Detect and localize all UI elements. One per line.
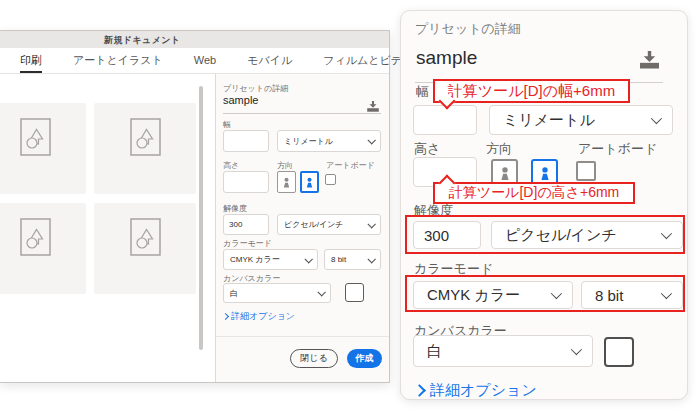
document-preset-icon bbox=[130, 218, 161, 256]
preset-details-heading: プリセットの詳細 bbox=[415, 20, 521, 38]
color-mode-value: CMYK カラー bbox=[427, 286, 520, 305]
orientation-landscape-button[interactable] bbox=[300, 171, 319, 193]
width-annotation: 計算ツール[D]の幅+6mm bbox=[433, 79, 630, 103]
color-mode-label: カラーモード bbox=[414, 260, 493, 278]
bit-depth-value: 8 bit bbox=[331, 255, 346, 264]
orientation-label: 方向 bbox=[486, 140, 512, 158]
chevron-down-icon bbox=[367, 255, 375, 263]
close-button[interactable]: 閉じる bbox=[290, 349, 338, 368]
advanced-options-link[interactable]: 詳細オプション bbox=[415, 381, 537, 400]
orientation-portrait-button[interactable] bbox=[277, 171, 296, 193]
width-input[interactable] bbox=[223, 130, 269, 152]
canvas-color-select[interactable]: 白 bbox=[413, 335, 593, 367]
landscape-icon bbox=[305, 176, 314, 189]
create-button[interactable]: 作成 bbox=[347, 349, 382, 368]
canvas-color-swatch[interactable] bbox=[345, 283, 364, 302]
page: 新規ドキュメント 印刷 アートとイラスト Web モバイル フィルムとビデオ bbox=[0, 0, 700, 420]
resolution-input[interactable] bbox=[223, 214, 269, 235]
tab-print[interactable]: 印刷 bbox=[20, 48, 42, 73]
chevron-down-icon bbox=[304, 255, 312, 263]
canvas-color-select[interactable]: 白 bbox=[223, 283, 331, 303]
bit-depth-select[interactable]: 8 bit bbox=[324, 249, 381, 270]
preset-card[interactable] bbox=[0, 103, 86, 194]
chevron-right-icon bbox=[413, 384, 426, 397]
tab-web[interactable]: Web bbox=[194, 48, 216, 73]
dialog-footer: 閉じる 作成 bbox=[216, 336, 389, 382]
canvas-color-swatch[interactable] bbox=[604, 337, 634, 367]
document-preset-icon bbox=[20, 218, 51, 256]
preset-details-zoom-panel: プリセットの詳細 sample 幅 ミリメートル 高さ 方向 アートボード bbox=[400, 10, 688, 400]
resolution-label: 解像度 bbox=[223, 203, 247, 214]
bit-depth-value: 8 bit bbox=[595, 287, 623, 304]
color-mode-select[interactable]: CMYK カラー bbox=[413, 281, 573, 309]
resolution-unit-select[interactable]: ピクセル/インチ bbox=[277, 214, 381, 235]
unit-select-value: ミリメートル bbox=[284, 136, 333, 147]
width-label: 幅 bbox=[223, 119, 231, 130]
chevron-down-icon bbox=[367, 136, 375, 144]
preset-details-panel: プリセットの詳細 sample 幅 ミリメートル 高さ 方向 アートボード bbox=[215, 74, 389, 382]
canvas-color-value: 白 bbox=[427, 342, 442, 361]
preset-card[interactable] bbox=[0, 203, 86, 294]
resolution-unit-select[interactable]: ピクセル/インチ bbox=[491, 221, 683, 249]
landscape-icon bbox=[539, 165, 551, 182]
orientation-label: 方向 bbox=[277, 160, 293, 171]
preset-grid bbox=[0, 74, 215, 382]
dialog-title: 新規ドキュメント bbox=[104, 34, 180, 47]
name-underline bbox=[223, 113, 381, 114]
preset-card[interactable] bbox=[94, 103, 196, 194]
height-label: 高さ bbox=[223, 160, 239, 171]
unit-select-value: ミリメートル bbox=[503, 111, 595, 130]
chevron-down-icon bbox=[367, 220, 375, 228]
height-annotation-text: 計算ツール[D]の高さ+6mm bbox=[449, 184, 620, 202]
scrollbar-thumb[interactable] bbox=[199, 86, 203, 350]
artboard-checkbox[interactable] bbox=[325, 174, 336, 185]
save-preset-icon bbox=[637, 51, 662, 69]
preset-card[interactable] bbox=[94, 203, 196, 294]
chevron-down-icon bbox=[661, 228, 672, 239]
bit-depth-select[interactable]: 8 bit bbox=[581, 281, 683, 309]
chevron-right-icon bbox=[222, 313, 229, 320]
width-input[interactable] bbox=[413, 105, 477, 135]
color-mode-value: CMYK カラー bbox=[230, 254, 280, 265]
width-annotation-text: 計算ツール[D]の幅+6mm bbox=[448, 82, 615, 101]
chevron-down-icon bbox=[317, 288, 325, 296]
advanced-options-link[interactable]: 詳細オプション bbox=[223, 310, 295, 323]
resolution-label: 解像度 bbox=[414, 202, 453, 220]
resolution-input[interactable] bbox=[413, 221, 481, 249]
chevron-down-icon bbox=[661, 288, 672, 299]
portrait-icon bbox=[282, 176, 291, 189]
dialog-titlebar: 新規ドキュメント bbox=[0, 31, 389, 49]
canvas-color-value: 白 bbox=[230, 288, 238, 299]
category-tabs: 印刷 アートとイラスト Web モバイル フィルムとビデオ bbox=[0, 48, 389, 74]
document-name-field[interactable]: sample bbox=[223, 94, 258, 106]
chevron-down-icon bbox=[551, 288, 562, 299]
tab-mobile[interactable]: モバイル bbox=[247, 48, 292, 73]
artboard-checkbox[interactable] bbox=[576, 161, 596, 181]
advanced-options-label: 詳細オプション bbox=[430, 381, 537, 400]
document-preset-icon bbox=[20, 118, 51, 156]
width-label: 幅 bbox=[416, 83, 429, 101]
chevron-down-icon bbox=[651, 113, 662, 124]
height-annotation: 計算ツール[D]の高さ+6mm bbox=[433, 182, 635, 204]
unit-select[interactable]: ミリメートル bbox=[489, 105, 673, 135]
resolution-unit-value: ピクセル/インチ bbox=[284, 219, 344, 230]
height-input[interactable] bbox=[223, 171, 269, 193]
new-document-dialog: 新規ドキュメント 印刷 アートとイラスト Web モバイル フィルムとビデオ bbox=[0, 30, 390, 383]
artboard-label: アートボード bbox=[326, 160, 375, 171]
preset-details-heading: プリセットの詳細 bbox=[223, 83, 288, 94]
unit-select[interactable]: ミリメートル bbox=[277, 130, 381, 152]
document-preset-icon bbox=[130, 118, 161, 156]
tab-art-illustration[interactable]: アートとイラスト bbox=[73, 48, 163, 73]
color-mode-select[interactable]: CMYK カラー bbox=[223, 249, 318, 270]
save-preset-button[interactable] bbox=[637, 51, 662, 73]
chevron-down-icon bbox=[571, 344, 582, 355]
color-mode-label: カラーモード bbox=[223, 238, 272, 249]
resolution-unit-value: ピクセル/インチ bbox=[505, 226, 617, 245]
advanced-options-label: 詳細オプション bbox=[231, 310, 295, 323]
artboard-label: アートボード bbox=[578, 140, 657, 158]
document-name-field[interactable]: sample bbox=[416, 47, 477, 69]
portrait-icon bbox=[499, 165, 511, 182]
save-preset-icon bbox=[366, 101, 380, 112]
height-label: 高さ bbox=[414, 140, 440, 158]
